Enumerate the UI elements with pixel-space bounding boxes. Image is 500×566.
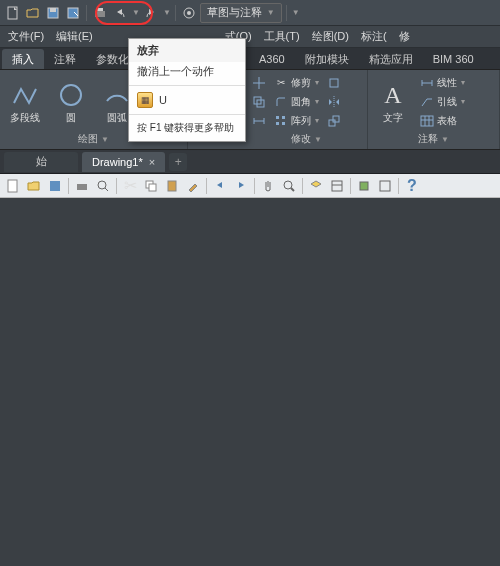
tooltip-help: 按 F1 键获得更多帮助 (129, 115, 245, 141)
redo-icon[interactable] (142, 4, 160, 22)
drawing-toolbar: ✂ ? (0, 174, 500, 198)
preview-icon[interactable] (94, 177, 112, 195)
svg-rect-14 (276, 116, 279, 119)
tab-a360[interactable]: A360 (249, 49, 295, 69)
open-icon[interactable] (25, 177, 43, 195)
copy-icon[interactable] (250, 93, 268, 111)
text-button[interactable]: A 文字 (372, 80, 414, 123)
undo-tooltip: 放弃 撤消上一个动作 ▦ U 按 F1 键获得更多帮助 (128, 38, 246, 142)
menu-draw[interactable]: 绘图(D) (306, 27, 355, 47)
svg-point-25 (98, 181, 106, 189)
menu-modify[interactable]: 修 (393, 27, 416, 47)
props-icon[interactable] (328, 177, 346, 195)
linear-dim-button[interactable]: 线性 ▾ (418, 74, 467, 92)
svg-point-8 (61, 85, 81, 105)
tab-featured[interactable]: 精选应用 (359, 49, 423, 69)
xref-icon[interactable] (376, 177, 394, 195)
zoom-icon[interactable] (280, 177, 298, 195)
svg-point-7 (187, 11, 191, 15)
ribbon-tabbar: 插入 注释 参数化 A360 附加模块 精选应用 BIM 360 (0, 48, 500, 70)
close-tab-icon[interactable]: × (149, 156, 155, 168)
svg-rect-28 (168, 181, 176, 191)
menu-edit[interactable]: 编辑(E) (50, 27, 99, 47)
svg-rect-27 (149, 184, 156, 191)
svg-rect-22 (8, 180, 17, 192)
new-tab-button[interactable]: + (169, 153, 187, 171)
panel-modify: ✂修剪 ▾ 圆角 ▾ 阵列 ▾ 修改 ▼ (246, 70, 368, 149)
copy-icon[interactable] (142, 177, 160, 195)
undo-dropdown[interactable]: ▼ (132, 8, 140, 17)
tab-bim360[interactable]: BIM 360 (423, 49, 484, 69)
tooltip-description: 撤消上一个动作 (129, 62, 245, 86)
move-icon[interactable] (250, 74, 268, 92)
svg-rect-4 (95, 11, 105, 17)
fillet-button[interactable]: 圆角 ▾ (272, 93, 321, 111)
open-icon[interactable] (24, 4, 42, 22)
menu-dimension[interactable]: 标注( (355, 27, 393, 47)
offset-icon[interactable] (325, 74, 343, 92)
separator (86, 5, 87, 21)
new-icon[interactable] (4, 177, 22, 195)
scale-icon[interactable] (325, 112, 343, 130)
svg-rect-16 (276, 122, 279, 125)
tab-addons[interactable]: 附加模块 (295, 49, 359, 69)
svg-rect-24 (77, 184, 87, 190)
svg-rect-5 (97, 8, 103, 11)
trim-button[interactable]: ✂修剪 ▾ (272, 74, 321, 92)
workspace-label: 草图与注释 (207, 5, 262, 20)
tooltip-command: ▦ U (129, 86, 245, 115)
drawing-tab[interactable]: Drawing1* × (82, 152, 165, 172)
svg-rect-32 (380, 181, 390, 191)
leader-button[interactable]: 引线 ▾ (418, 93, 467, 111)
svg-rect-15 (282, 116, 285, 119)
save-icon[interactable] (44, 4, 62, 22)
block-icon[interactable] (355, 177, 373, 195)
stretch-icon[interactable] (250, 112, 268, 130)
svg-rect-19 (329, 120, 335, 126)
layer-icon[interactable] (307, 177, 325, 195)
help-icon[interactable]: ? (403, 177, 421, 195)
menu-bar: 文件(F) 编辑(E) 式(O) 工具(T) 绘图(D) 标注( 修 (0, 26, 500, 48)
panel-annotate: A 文字 线性 ▾ 引线 ▾ 表格 注释 ▼ (368, 70, 500, 149)
svg-rect-23 (50, 181, 60, 191)
circle-button[interactable]: 圆 (50, 80, 92, 123)
new-icon[interactable] (4, 4, 22, 22)
svg-point-29 (284, 181, 292, 189)
redo-icon[interactable] (232, 177, 250, 195)
start-tab[interactable]: 始 (4, 152, 78, 172)
gear-icon[interactable] (180, 4, 198, 22)
svg-rect-17 (282, 122, 285, 125)
workspace-selector[interactable]: 草图与注释 ▼ (200, 3, 282, 23)
qat-dropdown[interactable]: ▼ (292, 8, 300, 17)
polyline-button[interactable]: 多段线 (4, 80, 46, 123)
paste-icon[interactable] (163, 177, 181, 195)
print-icon[interactable] (73, 177, 91, 195)
svg-rect-31 (360, 182, 368, 190)
quick-access-toolbar: ▼ ▼ 草图与注释 ▼ ▼ (0, 0, 500, 26)
match-icon[interactable] (184, 177, 202, 195)
undo-icon[interactable] (111, 4, 129, 22)
tab-insert[interactable]: 插入 (2, 49, 44, 69)
command-icon: ▦ (137, 92, 153, 108)
print-icon[interactable] (91, 4, 109, 22)
save-icon[interactable] (46, 177, 64, 195)
svg-rect-2 (50, 8, 56, 12)
redo-dropdown[interactable]: ▼ (163, 8, 171, 17)
separator (175, 5, 176, 21)
svg-rect-18 (330, 79, 338, 87)
svg-rect-3 (68, 8, 78, 18)
saveas-icon[interactable] (64, 4, 82, 22)
ribbon: 多段线 圆 圆弧 绘图 ▼ (0, 70, 500, 150)
cut-icon[interactable]: ✂ (121, 177, 139, 195)
svg-rect-20 (333, 116, 339, 122)
pan-icon[interactable] (259, 177, 277, 195)
tab-annotate[interactable]: 注释 (44, 49, 86, 69)
svg-rect-21 (421, 116, 433, 126)
table-button[interactable]: 表格 (418, 112, 467, 130)
menu-tools[interactable]: 工具(T) (258, 27, 306, 47)
mirror-icon[interactable] (325, 93, 343, 111)
tooltip-title: 放弃 (129, 39, 245, 62)
menu-file[interactable]: 文件(F) (2, 27, 50, 47)
array-button[interactable]: 阵列 ▾ (272, 112, 321, 130)
undo-icon[interactable] (211, 177, 229, 195)
